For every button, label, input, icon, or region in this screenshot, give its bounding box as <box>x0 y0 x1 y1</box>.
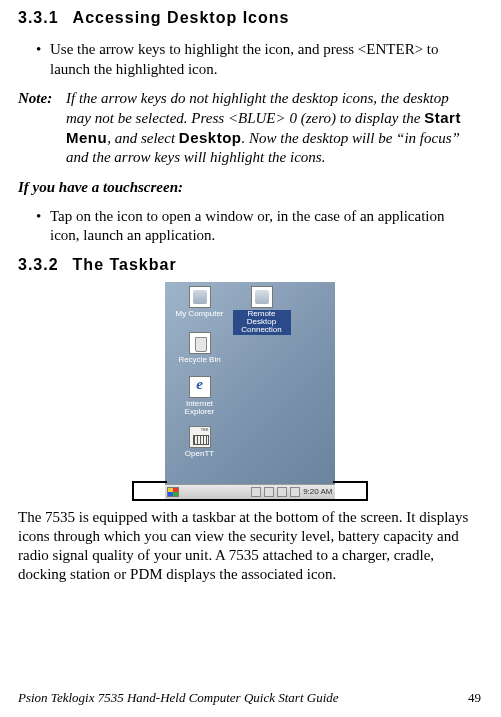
desktop-screenshot: My Computer Remote Desktop Connection Re… <box>165 282 335 500</box>
start-button-icon <box>167 487 179 497</box>
opentt-icon: OpenTT <box>171 426 229 458</box>
recycle-bin-icon: Recycle Bin <box>171 332 229 364</box>
page-number: 49 <box>468 690 481 707</box>
section-number: 3.3.1 <box>18 9 59 26</box>
my-computer-icon: My Computer <box>171 286 229 318</box>
internet-explorer-icon: Internet Explorer <box>171 376 229 417</box>
section-heading-3-3-1: 3.3.1Accessing Desktop Icons <box>18 8 481 28</box>
terminal-icon <box>189 426 211 448</box>
icon-label: Internet Explorer <box>171 400 229 417</box>
taskbar-tray: 9:20 AM <box>251 487 332 497</box>
note-label: Note: <box>18 89 66 108</box>
tray-icon <box>277 487 287 497</box>
clock-text: 9:20 AM <box>303 487 332 497</box>
computer-icon <box>189 286 211 308</box>
icon-label: Recycle Bin <box>171 356 229 364</box>
footer-title: Psion Teklogix 7535 Hand-Held Computer Q… <box>18 690 339 707</box>
note-text-1: If the arrow keys do not highlight the d… <box>66 90 449 126</box>
ie-icon <box>189 376 211 398</box>
section-title-text: The Taskbar <box>73 256 177 273</box>
bullet-dot: • <box>36 40 50 59</box>
section-title-text: Accessing Desktop Icons <box>73 9 290 26</box>
desktop-screenshot-figure: My Computer Remote Desktop Connection Re… <box>132 282 368 500</box>
section-heading-3-3-2: 3.3.2The Taskbar <box>18 255 481 275</box>
rdc-icon <box>251 286 273 308</box>
note-body: If the arrow keys do not highlight the d… <box>66 89 471 168</box>
bullet-item-2: •Tap on the icon to open a window or, in… <box>36 207 481 245</box>
bullet-text: Tap on the icon to open a window or, in … <box>50 207 470 245</box>
bullet-text: Use the arrow keys to highlight the icon… <box>50 40 470 78</box>
desktop-text: Desktop <box>179 129 242 146</box>
touchscreen-text: If you have a touchscreen <box>18 179 178 195</box>
section-number: 3.3.2 <box>18 256 59 273</box>
tray-icon <box>290 487 300 497</box>
remote-desktop-icon: Remote Desktop Connection <box>233 286 291 335</box>
icon-label: Remote Desktop Connection <box>233 310 291 335</box>
note-block: Note:If the arrow keys do not highlight … <box>18 89 481 168</box>
taskbar: 9:20 AM <box>165 484 335 500</box>
colon: : <box>178 179 183 195</box>
trash-icon <box>189 332 211 354</box>
tray-icon <box>264 487 274 497</box>
bullet-item-1: •Use the arrow keys to highlight the ico… <box>36 40 481 78</box>
icon-label: OpenTT <box>171 450 229 458</box>
page-footer: Psion Teklogix 7535 Hand-Held Computer Q… <box>18 690 481 707</box>
icon-label: My Computer <box>171 310 229 318</box>
touchscreen-heading: If you have a touchscreen: <box>18 178 481 197</box>
tray-icon <box>251 487 261 497</box>
body-paragraph: The 7535 is equipped with a taskbar at t… <box>18 508 481 585</box>
bullet-dot: • <box>36 207 50 226</box>
taskbar-left <box>167 487 179 497</box>
note-text-2: , and select <box>107 130 179 146</box>
